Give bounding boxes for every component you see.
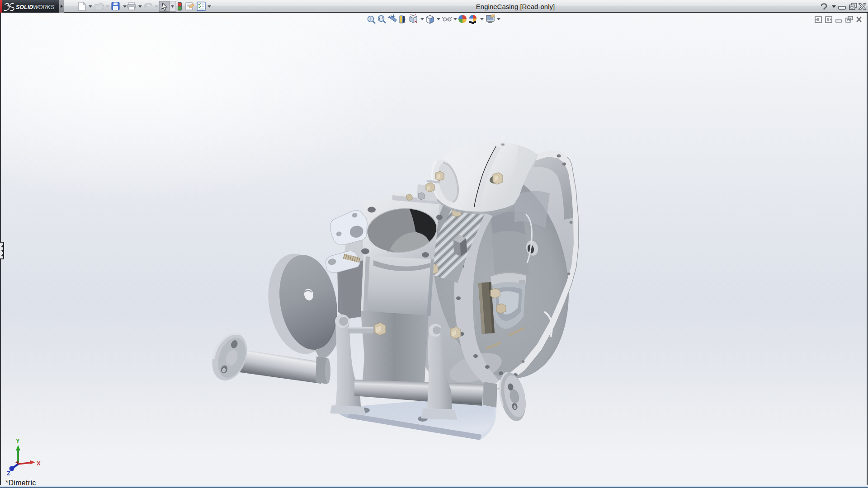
svg-text:WORKS: WORKS [33,4,55,10]
svg-text:X: X [37,460,41,467]
svg-text:SOLID: SOLID [16,4,33,10]
svg-text:Y: Y [16,437,20,444]
svg-text:Z: Z [7,470,10,477]
